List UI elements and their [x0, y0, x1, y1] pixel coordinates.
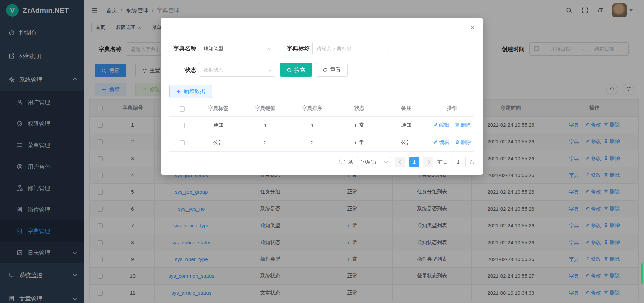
- goto-label: 前往: [437, 159, 447, 165]
- modal-dict-label-label: 字典标签: [277, 45, 310, 52]
- edit-icon: [433, 140, 438, 145]
- column-header: 备注: [383, 101, 430, 116]
- chevron-right-icon: [426, 160, 430, 164]
- modal-table-row: 公告 2 2 正常 公告 编辑删除: [169, 134, 474, 151]
- modal-reset-button[interactable]: 重置: [316, 63, 348, 77]
- modal-table-header-row: 字典标签字典键值字典排序状态备注操作: [169, 101, 474, 116]
- modal-table-row: 通知 1 1 正常 通知 编辑删除: [169, 116, 474, 134]
- delete-row-link[interactable]: 删除: [455, 122, 471, 128]
- sort-cell: 2: [289, 134, 336, 151]
- dict-name-select[interactable]: 通知类型: [199, 42, 275, 55]
- status-cell: 正常: [336, 134, 383, 151]
- remark-cell: 公告: [383, 134, 430, 151]
- add-data-button[interactable]: 新增数据: [169, 85, 212, 98]
- button-label: 重置: [330, 67, 341, 74]
- close-icon[interactable]: ×: [470, 23, 475, 32]
- actions-cell: 编辑删除: [430, 134, 474, 151]
- next-page-button[interactable]: [423, 157, 433, 167]
- sort-cell: 1: [289, 116, 336, 134]
- chevron-down-icon: [384, 159, 388, 163]
- select-all-checkbox[interactable]: [180, 106, 185, 112]
- goto-page-input[interactable]: [451, 157, 466, 167]
- modal-dict-name-label: 字典名称: [169, 45, 196, 52]
- button-label: 新增数据: [184, 88, 205, 95]
- dict-label-input[interactable]: [312, 42, 389, 55]
- current-page[interactable]: 1: [409, 157, 419, 167]
- edit-icon: [433, 122, 438, 128]
- actions-cell: 编辑删除: [430, 116, 474, 134]
- edit-row-link[interactable]: 编辑: [433, 139, 449, 146]
- modal-status-label: 状态: [169, 66, 196, 74]
- pagination: 共 2 条 10条/页 1 前往 页: [169, 157, 474, 167]
- row-checkbox[interactable]: [180, 140, 185, 145]
- status-cell: 正常: [336, 116, 383, 134]
- plus-icon: [176, 89, 181, 94]
- label-cell: 公告: [195, 134, 242, 151]
- chevron-left-icon: [399, 160, 402, 164]
- delete-row-link[interactable]: 删除: [455, 139, 471, 146]
- dict-data-modal: × 字典名称 通知类型 字典标签 状态 数据状态 搜索 重置 新增数据: [161, 18, 483, 175]
- remark-cell: 通知: [383, 116, 430, 134]
- dict-data-table: 字典标签字典键值字典排序状态备注操作 通知 1 1 正常 通知 编辑删除 公告 …: [169, 101, 474, 152]
- value-cell: 2: [242, 134, 289, 151]
- column-header: 字典排序: [289, 101, 336, 116]
- select-placeholder: 数据状态: [203, 67, 223, 73]
- column-header: 操作: [430, 101, 474, 116]
- modal-filter-row-2: 状态 数据状态 搜索 重置: [169, 63, 474, 77]
- search-icon: [287, 68, 292, 73]
- prev-page-button[interactable]: [395, 157, 405, 167]
- page-size-select[interactable]: 10条/页: [357, 157, 391, 167]
- select-value: 通知类型: [203, 45, 223, 52]
- column-header: 状态: [336, 101, 383, 116]
- value-cell: 1: [242, 116, 289, 134]
- trash-icon: [455, 122, 460, 128]
- trash-icon: [455, 140, 460, 145]
- modal-filter-row-1: 字典名称 通知类型 字典标签: [169, 18, 474, 55]
- modal-search-button[interactable]: 搜索: [280, 63, 312, 77]
- page-size-value: 10条/页: [361, 159, 376, 165]
- chevron-down-icon: [268, 46, 271, 50]
- modal-filter-buttons: 搜索 重置: [280, 63, 348, 77]
- status-select[interactable]: 数据状态: [199, 63, 275, 77]
- row-checkbox[interactable]: [180, 123, 185, 128]
- chevron-down-icon: [268, 68, 271, 71]
- page-unit: 页: [470, 159, 474, 165]
- button-label: 搜索: [294, 67, 305, 74]
- edit-row-link[interactable]: 编辑: [433, 122, 449, 128]
- refresh-icon: [323, 68, 328, 73]
- column-header: 字典标签: [195, 101, 242, 116]
- column-header: 字典键值: [242, 101, 289, 116]
- total-count: 共 2 条: [338, 159, 353, 165]
- label-cell: 通知: [195, 116, 242, 134]
- scrollbar-thumb[interactable]: [641, 263, 643, 284]
